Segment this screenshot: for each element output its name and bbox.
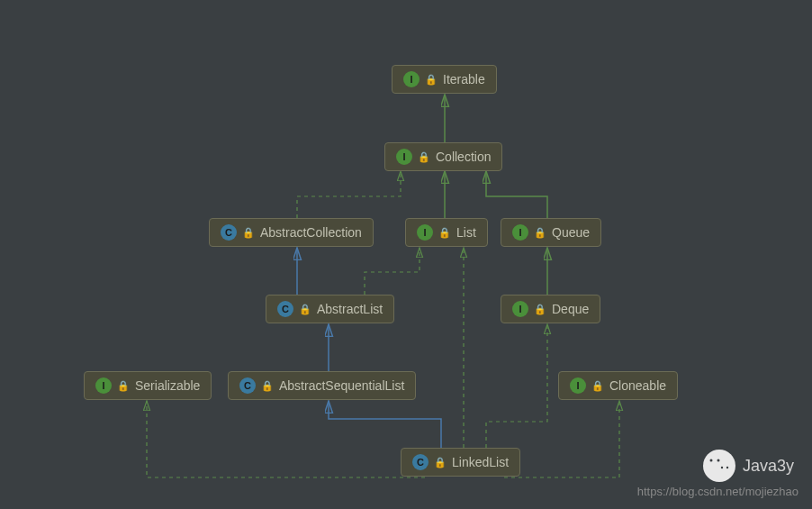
class-icon: C <box>277 301 293 317</box>
node-deque[interactable]: I 🔒 Deque <box>501 295 600 323</box>
node-abstractcollection[interactable]: C 🔒 AbstractCollection <box>209 218 374 247</box>
lock-icon: 🔒 <box>591 380 604 392</box>
node-label: AbstractSequentialList <box>279 378 404 393</box>
node-label: List <box>456 225 476 240</box>
node-serializable[interactable]: I 🔒 Serializable <box>84 371 212 400</box>
svg-point-5 <box>726 467 728 468</box>
lock-icon: 🔒 <box>242 227 255 239</box>
interface-icon: I <box>403 71 420 87</box>
lock-icon: 🔒 <box>299 304 311 315</box>
interface-icon: I <box>95 377 112 394</box>
node-label: Cloneable <box>609 378 666 393</box>
lock-icon: 🔒 <box>425 74 438 86</box>
svg-point-3 <box>717 459 719 462</box>
node-label: Queue <box>552 225 590 240</box>
svg-point-4 <box>721 467 723 468</box>
node-label: Collection <box>436 150 491 164</box>
node-cloneable[interactable]: I 🔒 Cloneable <box>558 371 678 400</box>
class-icon: C <box>221 224 237 241</box>
lock-icon: 🔒 <box>117 380 130 392</box>
node-abstractlist[interactable]: C 🔒 AbstractList <box>266 295 394 323</box>
interface-icon: I <box>570 377 586 394</box>
url-watermark: https://blog.csdn.net/mojiezhao <box>637 485 798 498</box>
node-abstractsequentiallist[interactable]: C 🔒 AbstractSequentialList <box>228 371 416 400</box>
lock-icon: 🔒 <box>261 380 274 392</box>
lock-icon: 🔒 <box>434 457 447 468</box>
lock-icon: 🔒 <box>534 304 546 315</box>
node-label: AbstractCollection <box>260 225 362 240</box>
node-queue[interactable]: I 🔒 Queue <box>501 218 601 247</box>
node-label: Deque <box>552 302 589 316</box>
svg-point-1 <box>717 462 732 477</box>
watermark: Java3y <box>703 450 794 482</box>
svg-point-2 <box>709 459 712 462</box>
interface-icon: I <box>396 149 412 165</box>
interface-icon: I <box>512 224 528 241</box>
interface-icon: I <box>512 301 528 317</box>
watermark-text: Java3y <box>743 457 794 476</box>
node-collection[interactable]: I 🔒 Collection <box>384 142 502 171</box>
node-list[interactable]: I 🔒 List <box>405 218 488 247</box>
class-icon: C <box>239 377 256 394</box>
interface-icon: I <box>417 224 433 241</box>
wechat-icon <box>703 450 735 482</box>
node-label: AbstractList <box>317 302 383 316</box>
class-icon: C <box>412 454 429 470</box>
lock-icon: 🔒 <box>438 227 451 239</box>
lock-icon: 🔒 <box>534 227 546 239</box>
lock-icon: 🔒 <box>418 151 430 163</box>
node-linkedlist[interactable]: C 🔒 LinkedList <box>401 448 520 477</box>
node-label: Iterable <box>443 72 485 86</box>
node-label: Serializable <box>135 378 200 393</box>
node-label: LinkedList <box>452 455 509 469</box>
node-iterable[interactable]: I 🔒 Iterable <box>392 65 497 94</box>
